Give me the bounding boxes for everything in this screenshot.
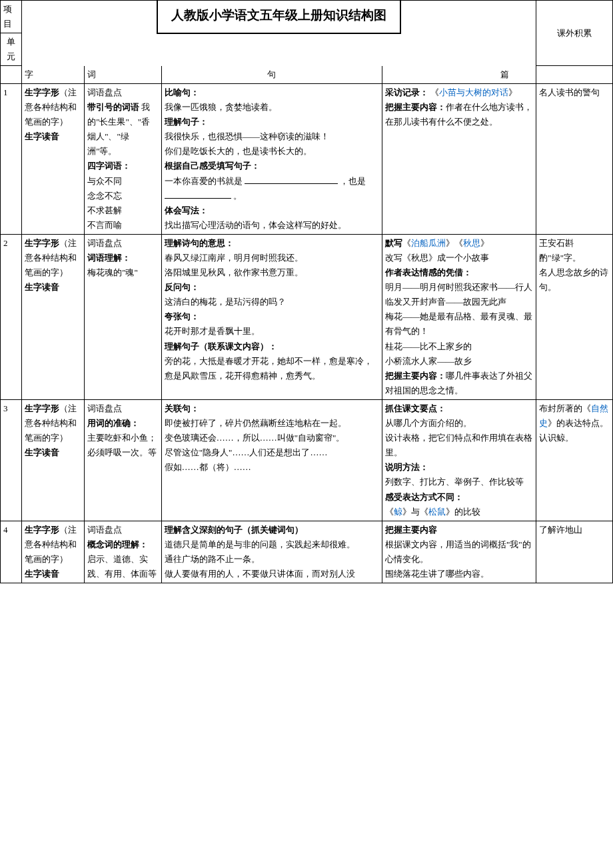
- label: 默写: [385, 238, 402, 248]
- label: 生字字形: [25, 525, 59, 535]
- knowledge-structure-table: 项目 人教版小学语文五年级上册知识结构图 课外积累 单元 字 词 句 篇 1 生…: [0, 0, 613, 583]
- link-text[interactable]: 松鼠: [428, 507, 446, 517]
- text: 词语盘点: [87, 525, 122, 535]
- unit-4-row: 4 生字字形（注意各种结构和笔画的字） 生字读音 词语盘点 概念词的理解： 启示…: [1, 521, 613, 583]
- text: ，也是: [338, 176, 366, 186]
- cell-zi: 生字字形（注意各种结构和笔画的字） 生字读音: [21, 521, 85, 583]
- cell-extra: 布封所著的《自然史》的表达特点。 认识鲸。: [536, 399, 613, 521]
- cell-zi: 生字字形（注意各种结构和笔画的字） 生字读音: [21, 83, 85, 234]
- unit-1-row: 1 生字字形（注意各种结构和笔画的字） 生字读音 词语盘点 带引号的词语 我的"…: [1, 83, 613, 234]
- text: 通往广场的路不止一条。: [165, 554, 260, 564]
- text: 》与《: [402, 507, 428, 517]
- header-ci: 词: [85, 66, 162, 84]
- label: 概念词的理解：: [87, 539, 148, 549]
- label: 词语理解：: [87, 253, 131, 263]
- label: 用词的准确：: [87, 418, 139, 428]
- label: 生字读音: [25, 569, 59, 579]
- unit-3-row: 3 生字字形（注意各种结构和笔画的字） 生字读音 词语盘点 用词的准确： 主要吃…: [1, 399, 613, 521]
- cell-ju: 关联句： 即使被打碎了，碎片仍然藕断丝连地粘在一起。 变色玻璃还会……，所以………: [161, 399, 382, 521]
- text: 与众不同: [87, 176, 122, 186]
- label: 把握主要内容：: [385, 102, 446, 112]
- text: 名人读书的警句: [539, 87, 600, 97]
- text: 假如……都（将）……: [165, 462, 251, 472]
- cell-zi: 生字字形（注意各种结构和笔画的字） 生字读音: [21, 234, 85, 399]
- unit-number: 3: [1, 399, 22, 521]
- label: 理解含义深刻的句子（抓关键词句）: [165, 525, 303, 535]
- label: 生字读音: [25, 131, 59, 141]
- label: 带引号的词语: [87, 102, 139, 112]
- link-text[interactable]: 泊船瓜洲: [411, 238, 446, 248]
- text: 不求甚解: [87, 205, 122, 215]
- cell-ci: 词语盘点 用词的准确： 主要吃虾和小鱼；必须呼吸一次。等: [85, 399, 162, 521]
- text: 梅花——她是最有品格、最有灵魂、最有骨气的！: [385, 311, 532, 336]
- text: 》的比较: [446, 507, 480, 517]
- text: 你们是吃饭长大的，也是读书长大的。: [165, 146, 312, 156]
- cell-ju: 比喻句： 我像一匹饿狼，贪婪地读着。 理解句子： 我很快乐，也很恐惧——这种窃读…: [161, 83, 382, 234]
- cell-pian: 采访记录： 《小苗与大树的对话》 把握主要内容：作者在什么地方读书，在那儿读书有…: [382, 83, 536, 234]
- link-text[interactable]: 小苗与大树的对话: [439, 87, 508, 97]
- unit-number: 2: [1, 234, 22, 399]
- text: 词语盘点: [87, 403, 122, 413]
- subheader-row: 字 词 句 篇: [1, 66, 613, 84]
- text: 桂花——比不上家乡的: [385, 341, 472, 351]
- text: 做人要做有用的人，不要做只讲体面，而对别人没: [165, 569, 355, 579]
- fill-blank[interactable]: [245, 175, 338, 184]
- text: 花开时那才是香飘十里。: [165, 326, 260, 336]
- text: 改写《秋思》成一个小故事: [385, 253, 489, 263]
- text: 。: [231, 191, 242, 201]
- text: 念念不忘: [87, 191, 122, 201]
- cell-extra: 了解许地山: [536, 521, 613, 583]
- cell-pian: 把握主要内容 根据课文内容，用适当的词概括"我"的心情变化。 围绕落花生讲了哪些…: [382, 521, 536, 583]
- label: 生字字形: [25, 238, 59, 248]
- text: 一本你喜爱的书就是: [165, 176, 245, 186]
- text: 小桥流水人家——故乡: [385, 356, 472, 366]
- text: 我像一匹饿狼，贪婪地读着。: [165, 102, 277, 112]
- cell-extra: 王安石斟酌"绿"字。 名人思念故乡的诗句。: [536, 234, 613, 399]
- text: 梅花魂的"魂": [87, 267, 138, 277]
- label: 体会写法：: [165, 205, 208, 215]
- text: 找出描写心理活动的语句，体会这样写的好处。: [165, 220, 346, 230]
- header-unit: 单元: [1, 33, 22, 66]
- link-text[interactable]: 秋思: [463, 238, 480, 248]
- text: 这清白的梅花，是玷污得的吗？: [165, 297, 286, 307]
- text: 洛阳城里见秋风，欲作家书意万重。: [165, 267, 303, 277]
- cell-zi: 生字字形（注意各种结构和笔画的字） 生字读音: [21, 399, 85, 521]
- text: 布封所著的《: [539, 403, 591, 413]
- header-row-1: 项目 人教版小学语文五年级上册知识结构图 课外积累: [1, 1, 613, 33]
- text: 设计表格，把它们特点和作用填在表格里。: [385, 433, 532, 457]
- label: 采访记录：: [385, 87, 428, 97]
- label: 四字词语：: [87, 161, 131, 171]
- label: 说明方法：: [385, 462, 428, 472]
- label: 生字字形: [25, 403, 59, 413]
- header-project: 项目: [1, 1, 22, 33]
- header-ju: 句: [161, 66, 382, 84]
- cell-pian: 抓住课文要点： 从哪几个方面介绍的。 设计表格，把它们特点和作用填在表格里。 说…: [382, 399, 536, 521]
- header-pian: 篇: [382, 66, 536, 84]
- cell-pian: 默写《泊船瓜洲》《秋思》 改写《秋思》成一个小故事 作者表达情感的凭借： 明月—…: [382, 234, 536, 399]
- text: 围绕落花生讲了哪些内容。: [385, 569, 489, 579]
- cell-ci: 词语盘点 词语理解： 梅花魂的"魂": [85, 234, 162, 399]
- text: 明月——明月何时照我还家书——行人临发又开封声音——故园无此声: [385, 282, 532, 307]
- label: 反问句：: [165, 282, 199, 292]
- cell-ci: 词语盘点 带引号的词语 我的"长生果"、"香烟人"、"绿洲"等。 四字词语： 与…: [85, 83, 162, 234]
- label: 作者表达情感的凭借：: [385, 267, 472, 277]
- text: 春风又绿江南岸，明月何时照我还。: [165, 253, 303, 263]
- text: 启示、道德、实践、有用、体面等: [87, 554, 157, 579]
- text: 了解许地山: [539, 525, 582, 535]
- text: 词语盘点: [87, 87, 122, 97]
- cell-extra: 名人读书的警句: [536, 83, 613, 234]
- label: 生字读音: [25, 282, 59, 292]
- text: 根据课文内容，用适当的词概括"我"的心情变化。: [385, 539, 531, 564]
- label: 理解句子：: [165, 117, 208, 127]
- link-text[interactable]: 鲸: [394, 507, 402, 517]
- text: 旁的花，大抵是春暖才开花，她却不一样，愈是寒冷，愈是风欺雪压，花开得愈精神，愈秀…: [165, 356, 372, 381]
- label: 把握主要内容：: [385, 371, 446, 381]
- text: 不言而喻: [87, 220, 122, 230]
- label: 感受表达方式不同：: [385, 492, 463, 502]
- label: 抓住课文要点：: [385, 403, 446, 413]
- label: 根据自己感受填写句子：: [165, 161, 260, 171]
- cell-ju: 理解含义深刻的句子（抓关键词句） 道德只是简单的是与非的问题，实践起来却很难。 …: [161, 521, 382, 583]
- text: 变色玻璃还会……，所以……叫做"自动窗帘"。: [165, 433, 345, 443]
- label: 夸张句：: [165, 311, 199, 321]
- fill-blank[interactable]: [165, 190, 231, 199]
